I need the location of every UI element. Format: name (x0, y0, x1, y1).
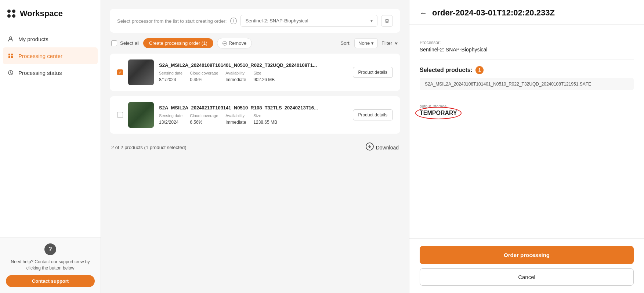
sidebar-item-processing-center[interactable]: Processing center (3, 47, 98, 64)
product-checkbox-2[interactable] (117, 112, 123, 118)
back-arrow-icon: ← (420, 9, 427, 17)
size-2: Size 1238.65 MB (253, 113, 277, 125)
sidebar-item-processing-status[interactable]: Processing status (0, 64, 101, 81)
main-content: Select processor from the list to start … (101, 0, 644, 293)
order-processing-button[interactable]: Order processing (420, 246, 634, 264)
sidebar-item-processing-status-label: Processing status (18, 70, 62, 76)
download-icon (366, 142, 374, 152)
remove-button[interactable]: Remove (217, 38, 252, 48)
processor-dropdown-value: Sentinel-2: SNAP-Biophysical (245, 18, 308, 23)
selected-count-badge: 1 (475, 66, 484, 74)
filter-icon: ⛛ (394, 40, 399, 46)
highlight-circle (415, 107, 462, 119)
create-processing-order-button[interactable]: Create processing order (1) (143, 38, 213, 48)
logo-icon (7, 10, 15, 18)
selected-products-section: Selected products: 1 S2A_MSIL2A_20240108… (420, 59, 634, 97)
product-details-button-2[interactable]: Product details (353, 109, 393, 120)
right-panel-footer: Order processing Cancel (409, 238, 644, 293)
selected-products-label: Selected products: (420, 67, 473, 73)
processor-select-row: Select processor from the list to start … (110, 9, 400, 33)
svg-rect-4 (11, 56, 13, 58)
processing-center-icon (7, 53, 14, 59)
product-name-1: S2A_MSIL2A_20240108T101401_N0510_R022_T3… (159, 62, 348, 68)
right-panel: ← order-2024-03-01T12:02:20.233Z Process… (409, 0, 644, 293)
help-section: ? Need help? Contact our support crew by… (0, 237, 101, 293)
svg-point-0 (10, 37, 12, 39)
product-info-1: S2A_MSIL2A_20240108T101401_N0510_R022_T3… (159, 62, 348, 83)
product-filename: S2A_MSIL2A_20240108T101401_N0510_R022_T3… (420, 78, 634, 90)
product-count-text: 2 of 2 products (1 product selected) (111, 145, 187, 150)
info-icon[interactable]: i (230, 18, 237, 24)
delete-processor-button[interactable] (381, 15, 393, 27)
sidebar-nav: My products Processing center Processi (0, 26, 101, 237)
order-title: order-2024-03-01T12:02:20.233Z (432, 8, 555, 18)
back-button[interactable]: ← (420, 9, 427, 17)
sidebar-item-processing-center-label: Processing center (18, 53, 62, 59)
select-all-label: Select all (120, 40, 140, 46)
help-icon: ? (44, 243, 56, 255)
sidebar: Workspace My products Processing cent (0, 0, 101, 293)
sensing-date-2: Sensing date 13/2/2024 (159, 113, 182, 125)
select-all-checkbox[interactable] (111, 40, 117, 46)
cloud-coverage-1: Cloud coverage 0.45% (190, 71, 218, 83)
availability-2: Availability Immediate (225, 113, 246, 125)
svg-rect-3 (8, 56, 10, 58)
right-panel-header: ← order-2024-03-01T12:02:20.233Z (409, 0, 644, 25)
products-footer: 2 of 2 products (1 product selected) Dow… (110, 139, 400, 156)
sidebar-item-my-products[interactable]: My products (0, 30, 101, 47)
processor-select-label: Select processor from the list to start … (117, 18, 227, 24)
sort-filter-row: Sort: None ▾ Filter ⛛ (341, 38, 399, 48)
svg-rect-1 (8, 54, 10, 55)
cancel-button[interactable]: Cancel (420, 268, 634, 286)
download-label: Download (376, 145, 399, 151)
cloud-coverage-2: Cloud coverage 6.56% (190, 113, 218, 125)
status-icon (7, 69, 14, 76)
processor-dropdown[interactable]: Sentinel-2: SNAP-Biophysical ▾ (240, 15, 377, 27)
sort-dropdown[interactable]: None ▾ (354, 38, 378, 48)
product-image-2 (128, 102, 154, 128)
sidebar-header: Workspace (0, 0, 101, 26)
product-image-1 (128, 59, 154, 85)
sidebar-item-my-products-label: My products (18, 36, 48, 42)
contact-support-button[interactable]: Contact support (6, 275, 95, 287)
filter-button[interactable]: Filter ⛛ (381, 40, 399, 46)
processor-field-section: Processor: Sentinel-2: SNAP-Biophysical (420, 33, 634, 59)
product-thumbnail-2 (128, 102, 154, 128)
product-card-1: S2A_MSIL2A_20240108T101401_N0510_R022_T3… (110, 54, 400, 91)
availability-1: Availability Immediate (225, 71, 246, 83)
download-button[interactable]: Download (366, 142, 399, 152)
output-storage-section: output_storage TEMPORARY (420, 97, 634, 123)
products-toolbar: Select all Create processing order (1) R… (110, 38, 400, 48)
output-storage-wrapper: TEMPORARY (420, 110, 457, 116)
select-all-wrapper[interactable]: Select all (111, 40, 140, 46)
product-card-2: S2A_MSIL2A_20240213T103141_N0510_R108_T3… (110, 96, 400, 134)
sort-chevron-icon: ▾ (371, 40, 374, 46)
right-panel-body: Processor: Sentinel-2: SNAP-Biophysical … (409, 25, 644, 238)
workspace-title: Workspace (20, 9, 63, 18)
product-checkbox-1[interactable] (117, 69, 123, 75)
chevron-down-icon: ▾ (370, 18, 373, 23)
help-text: Need help? Contact our support crew by c… (6, 259, 95, 271)
product-thumbnail-1 (128, 59, 154, 85)
products-panel: Select processor from the list to start … (101, 0, 409, 293)
product-details-button-1[interactable]: Product details (353, 67, 393, 78)
product-info-2: S2A_MSIL2A_20240213T103141_N0510_R108_T3… (159, 105, 348, 125)
product-meta-1: Sensing date 8/1/2024 Cloud coverage 0.4… (159, 71, 348, 83)
person-icon (7, 36, 14, 42)
svg-rect-2 (11, 54, 13, 55)
sensing-date-1: Sensing date 8/1/2024 (159, 71, 182, 83)
sort-label: Sort: (341, 40, 351, 46)
processor-field-value: Sentinel-2: SNAP-Biophysical (420, 47, 634, 53)
processor-field-label: Processor: (420, 40, 634, 45)
size-1: Size 902.26 MB (253, 71, 275, 83)
product-name-2: S2A_MSIL2A_20240213T103141_N0510_R108_T3… (159, 105, 348, 111)
product-meta-2: Sensing date 13/2/2024 Cloud coverage 6.… (159, 113, 348, 125)
